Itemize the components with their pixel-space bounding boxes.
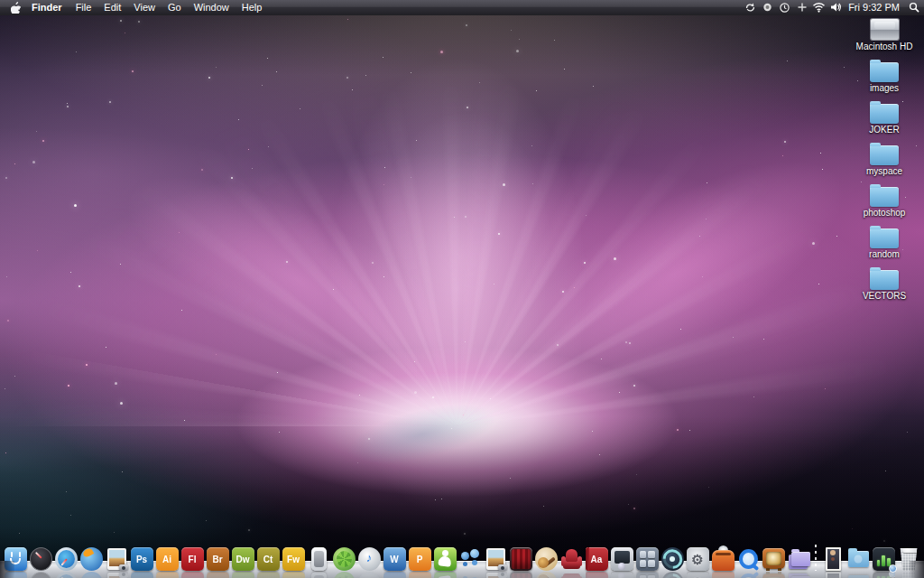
dock-icon-toast[interactable] <box>712 547 735 571</box>
desktop-icon-joker[interactable]: JOKER <box>846 93 922 135</box>
desktop: Finder FileEditViewGoWindowHelp Fri 9:32… <box>0 0 924 578</box>
dock-icon-photoshop[interactable]: Ps <box>131 547 153 571</box>
vignette <box>0 0 924 578</box>
dock-icon-contribute[interactable]: Ct <box>257 547 280 571</box>
input-icon[interactable] <box>793 2 810 13</box>
volume-icon[interactable] <box>827 2 845 13</box>
clock-icon[interactable] <box>776 2 793 14</box>
desktop-icon-label: VECTORS <box>863 291 906 301</box>
desktop-icon-myspace[interactable]: myspace <box>846 135 922 176</box>
dock-icon-spaces[interactable] <box>636 547 659 571</box>
desktop-icon-macintosh-hd[interactable]: Macintosh HD <box>846 10 922 51</box>
menu-bar: Finder FileEditViewGoWindowHelp Fri 9:32… <box>0 0 924 15</box>
dock-icon-flash[interactable]: Fl <box>181 547 204 571</box>
desktop-icon-label: photoshop <box>864 208 906 218</box>
wifi-icon[interactable] <box>810 2 827 13</box>
dock-icon-powerpoint[interactable]: P <box>409 547 431 571</box>
dock-icon-preview[interactable] <box>106 547 128 571</box>
apple-menu[interactable] <box>6 2 24 14</box>
sync-icon[interactable] <box>742 2 759 14</box>
menu-finder[interactable]: Finder <box>24 0 69 14</box>
dock-icon-firefox[interactable] <box>80 547 103 571</box>
dock-icon-dark-stack[interactable] <box>873 547 895 571</box>
desktop-icon-images[interactable]: images <box>846 51 922 93</box>
dock-icon-remote[interactable] <box>308 547 330 571</box>
dock-icon-word[interactable]: W <box>383 547 406 571</box>
dock-icon-meter[interactable] <box>611 547 633 571</box>
menu-clock[interactable]: Fri 9:32 PM <box>845 2 904 13</box>
dock-shelf-fade-left <box>0 561 14 578</box>
dock-icons: PsAiFlBrDwCtFw♪WPAa⚙ <box>0 545 924 571</box>
desktop-icon-vectors[interactable]: VECTORS <box>846 259 922 301</box>
dock-icon-iphoto[interactable] <box>485 547 507 571</box>
spotlight-icon[interactable] <box>904 0 924 14</box>
desktop-icon-label: JOKER <box>869 125 899 135</box>
dock-icon-safari[interactable] <box>55 547 78 571</box>
dock-icon-quicktime[interactable] <box>737 547 760 571</box>
dock-icon-front-row[interactable] <box>560 547 583 571</box>
desktop-icon-label: Macintosh HD <box>856 42 913 51</box>
dock-separator <box>815 545 817 571</box>
dock-icon-messenger[interactable] <box>434 547 457 571</box>
dock-icon-time-machine[interactable] <box>661 547 684 571</box>
dock-shelf-fade-right <box>910 561 924 578</box>
folder-icon <box>870 104 899 124</box>
desktop-icons: Macintosh HDimagesJOKERmyspacephotoshopr… <box>846 10 922 301</box>
folder-icon <box>870 187 899 207</box>
menu-items: FileEditViewGoWindowHelp <box>69 0 269 14</box>
dock-icon-poster-stack[interactable] <box>822 547 845 571</box>
dock-icon-bridge[interactable]: Br <box>207 547 229 571</box>
dock-icon-documents-stack[interactable] <box>788 547 810 571</box>
dock-icon-itunes[interactable]: ♪ <box>358 547 381 571</box>
displays-icon[interactable] <box>759 2 776 14</box>
dock-icon-fireworks[interactable]: Fw <box>282 547 305 571</box>
menu-item-file[interactable]: File <box>69 0 98 14</box>
desktop-icon-label: random <box>869 249 900 259</box>
dock-icon-photo-booth[interactable] <box>510 547 532 571</box>
dock-icon-illustrator[interactable]: Ai <box>156 547 179 571</box>
menu-item-window[interactable]: Window <box>188 0 236 14</box>
desktop-icon-photoshop[interactable]: photoshop <box>846 176 922 218</box>
drive-icon <box>870 18 900 41</box>
dock-icon-limewire[interactable] <box>333 547 356 571</box>
dock-icon-garageband[interactable] <box>535 547 558 571</box>
folder-icon <box>870 145 899 165</box>
dock-icon-dreamweaver[interactable]: Dw <box>232 547 254 571</box>
menu-item-view[interactable]: View <box>127 0 162 14</box>
dock-icon-system-preferences[interactable]: ⚙ <box>687 547 709 571</box>
status-icons <box>742 2 845 14</box>
dock-icon-downloads-folder[interactable] <box>847 547 870 571</box>
desktop-icon-label: myspace <box>866 166 902 176</box>
menu-item-edit[interactable]: Edit <box>97 0 127 14</box>
dock-icon-dashboard[interactable] <box>30 547 52 571</box>
folder-icon <box>870 62 899 82</box>
menu-item-go[interactable]: Go <box>162 0 188 14</box>
folder-icon <box>870 270 899 290</box>
desktop-icon-random[interactable]: random <box>846 218 922 259</box>
menu-item-help[interactable]: Help <box>236 0 269 14</box>
dock-icon-dictionary[interactable]: Aa <box>586 547 608 571</box>
folder-icon <box>870 228 899 248</box>
dock-icon-ichat[interactable] <box>459 547 482 571</box>
dock-icon-tv[interactable] <box>762 547 785 571</box>
desktop-icon-label: images <box>870 83 899 93</box>
